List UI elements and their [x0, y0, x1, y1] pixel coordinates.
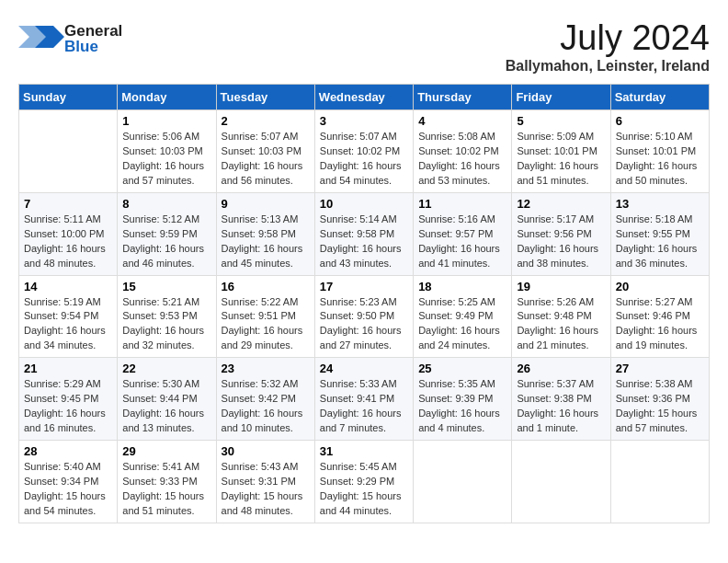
- header-sunday: Sunday: [19, 85, 118, 110]
- day-number: 21: [24, 362, 112, 375]
- day-info: Sunrise: 5:07 AM Sunset: 10:03 PM Daylig…: [222, 130, 310, 189]
- day-info: Sunrise: 5:37 AM Sunset: 9:38 PM Dayligh…: [517, 377, 605, 436]
- day-number: 20: [616, 280, 704, 293]
- calendar-cell: 15Sunrise: 5:21 AM Sunset: 9:53 PM Dayli…: [118, 275, 216, 358]
- calendar-table: SundayMondayTuesdayWednesdayThursdayFrid…: [18, 84, 710, 523]
- calendar-cell: 16Sunrise: 5:22 AM Sunset: 9:51 PM Dayli…: [216, 275, 314, 358]
- day-number: 24: [320, 362, 408, 375]
- day-info: Sunrise: 5:45 AM Sunset: 9:29 PM Dayligh…: [320, 460, 408, 519]
- calendar-cell: 20Sunrise: 5:27 AM Sunset: 9:46 PM Dayli…: [610, 275, 709, 358]
- day-info: Sunrise: 5:35 AM Sunset: 9:39 PM Dayligh…: [418, 377, 506, 436]
- calendar-cell: [414, 441, 512, 523]
- day-number: 18: [418, 280, 506, 293]
- day-info: Sunrise: 5:16 AM Sunset: 9:57 PM Dayligh…: [418, 213, 506, 271]
- day-info: Sunrise: 5:22 AM Sunset: 9:51 PM Dayligh…: [222, 295, 310, 354]
- day-number: 1: [122, 114, 210, 128]
- day-info: Sunrise: 5:08 AM Sunset: 10:02 PM Daylig…: [418, 130, 506, 189]
- calendar-cell: [610, 441, 709, 523]
- day-info: Sunrise: 5:30 AM Sunset: 9:44 PM Dayligh…: [122, 377, 210, 436]
- calendar-cell: 17Sunrise: 5:23 AM Sunset: 9:50 PM Dayli…: [314, 275, 413, 358]
- calendar-cell: 8Sunrise: 5:12 AM Sunset: 9:59 PM Daylig…: [118, 192, 216, 275]
- day-info: Sunrise: 5:40 AM Sunset: 9:34 PM Dayligh…: [24, 460, 112, 519]
- logo: General Blue: [18, 18, 122, 59]
- day-info: Sunrise: 5:41 AM Sunset: 9:33 PM Dayligh…: [122, 460, 210, 519]
- logo-general-text: General: [64, 23, 122, 39]
- day-info: Sunrise: 5:32 AM Sunset: 9:42 PM Dayligh…: [222, 377, 310, 436]
- calendar-cell: 28Sunrise: 5:40 AM Sunset: 9:34 PM Dayli…: [19, 441, 118, 523]
- day-info: Sunrise: 5:12 AM Sunset: 9:59 PM Dayligh…: [122, 213, 210, 271]
- calendar-cell: 14Sunrise: 5:19 AM Sunset: 9:54 PM Dayli…: [19, 275, 118, 358]
- day-number: 2: [222, 114, 310, 128]
- calendar-cell: 5Sunrise: 5:09 AM Sunset: 10:01 PM Dayli…: [512, 110, 610, 193]
- calendar-cell: 31Sunrise: 5:45 AM Sunset: 9:29 PM Dayli…: [314, 441, 413, 523]
- day-info: Sunrise: 5:11 AM Sunset: 10:00 PM Daylig…: [24, 213, 112, 271]
- calendar-cell: [19, 110, 118, 193]
- day-number: 5: [517, 114, 605, 128]
- calendar-cell: 25Sunrise: 5:35 AM Sunset: 9:39 PM Dayli…: [414, 358, 512, 441]
- day-number: 31: [320, 444, 408, 458]
- week-row-3: 14Sunrise: 5:19 AM Sunset: 9:54 PM Dayli…: [19, 275, 710, 358]
- calendar-cell: 12Sunrise: 5:17 AM Sunset: 9:56 PM Dayli…: [512, 192, 610, 275]
- calendar-cell: [512, 441, 610, 523]
- day-info: Sunrise: 5:23 AM Sunset: 9:50 PM Dayligh…: [320, 295, 408, 354]
- day-info: Sunrise: 5:07 AM Sunset: 10:02 PM Daylig…: [320, 130, 408, 189]
- day-number: 16: [222, 280, 310, 293]
- day-number: 25: [418, 362, 506, 375]
- calendar-cell: 27Sunrise: 5:38 AM Sunset: 9:36 PM Dayli…: [610, 358, 709, 441]
- calendar-cell: 21Sunrise: 5:29 AM Sunset: 9:45 PM Dayli…: [19, 358, 118, 441]
- calendar-cell: 22Sunrise: 5:30 AM Sunset: 9:44 PM Dayli…: [118, 358, 216, 441]
- day-number: 17: [320, 280, 408, 293]
- logo-words: General Blue: [64, 23, 122, 54]
- day-number: 23: [222, 362, 310, 375]
- calendar-cell: 2Sunrise: 5:07 AM Sunset: 10:03 PM Dayli…: [216, 110, 314, 193]
- calendar-cell: 30Sunrise: 5:43 AM Sunset: 9:31 PM Dayli…: [216, 441, 314, 523]
- header-saturday: Saturday: [610, 85, 709, 110]
- title-section: July 2024 Ballymahon, Leinster, Ireland: [506, 18, 710, 75]
- day-number: 6: [616, 114, 704, 128]
- logo-icon: [18, 18, 64, 59]
- calendar-cell: 3Sunrise: 5:07 AM Sunset: 10:02 PM Dayli…: [314, 110, 413, 193]
- calendar-cell: 23Sunrise: 5:32 AM Sunset: 9:42 PM Dayli…: [216, 358, 314, 441]
- main-title: July 2024: [506, 18, 710, 58]
- subtitle: Ballymahon, Leinster, Ireland: [506, 58, 710, 75]
- day-info: Sunrise: 5:38 AM Sunset: 9:36 PM Dayligh…: [616, 377, 704, 436]
- day-info: Sunrise: 5:13 AM Sunset: 9:58 PM Dayligh…: [222, 213, 310, 271]
- calendar-cell: 7Sunrise: 5:11 AM Sunset: 10:00 PM Dayli…: [19, 192, 118, 275]
- day-info: Sunrise: 5:29 AM Sunset: 9:45 PM Dayligh…: [24, 377, 112, 436]
- day-number: 13: [616, 197, 704, 211]
- logo-blue-text: Blue: [64, 39, 122, 54]
- calendar-cell: 10Sunrise: 5:14 AM Sunset: 9:58 PM Dayli…: [314, 192, 413, 275]
- day-info: Sunrise: 5:09 AM Sunset: 10:01 PM Daylig…: [517, 130, 605, 189]
- day-number: 28: [24, 444, 112, 458]
- day-info: Sunrise: 5:43 AM Sunset: 9:31 PM Dayligh…: [222, 460, 310, 519]
- day-info: Sunrise: 5:19 AM Sunset: 9:54 PM Dayligh…: [24, 295, 112, 354]
- calendar-cell: 6Sunrise: 5:10 AM Sunset: 10:01 PM Dayli…: [610, 110, 709, 193]
- day-number: 11: [418, 197, 506, 211]
- header-wednesday: Wednesday: [314, 85, 413, 110]
- day-info: Sunrise: 5:27 AM Sunset: 9:46 PM Dayligh…: [616, 295, 704, 354]
- header-thursday: Thursday: [414, 85, 512, 110]
- calendar-cell: 18Sunrise: 5:25 AM Sunset: 9:49 PM Dayli…: [414, 275, 512, 358]
- week-row-5: 28Sunrise: 5:40 AM Sunset: 9:34 PM Dayli…: [19, 441, 710, 523]
- day-info: Sunrise: 5:18 AM Sunset: 9:55 PM Dayligh…: [616, 213, 704, 271]
- calendar-header-row: SundayMondayTuesdayWednesdayThursdayFrid…: [19, 85, 710, 110]
- day-number: 12: [517, 197, 605, 211]
- day-info: Sunrise: 5:10 AM Sunset: 10:01 PM Daylig…: [616, 130, 704, 189]
- week-row-4: 21Sunrise: 5:29 AM Sunset: 9:45 PM Dayli…: [19, 358, 710, 441]
- header-monday: Monday: [118, 85, 216, 110]
- day-info: Sunrise: 5:14 AM Sunset: 9:58 PM Dayligh…: [320, 213, 408, 271]
- day-info: Sunrise: 5:25 AM Sunset: 9:49 PM Dayligh…: [418, 295, 506, 354]
- day-info: Sunrise: 5:26 AM Sunset: 9:48 PM Dayligh…: [517, 295, 605, 354]
- day-number: 4: [418, 114, 506, 128]
- calendar-cell: 19Sunrise: 5:26 AM Sunset: 9:48 PM Dayli…: [512, 275, 610, 358]
- day-number: 29: [122, 444, 210, 458]
- day-info: Sunrise: 5:21 AM Sunset: 9:53 PM Dayligh…: [122, 295, 210, 354]
- calendar-body: 1Sunrise: 5:06 AM Sunset: 10:03 PM Dayli…: [19, 110, 710, 523]
- calendar-cell: 13Sunrise: 5:18 AM Sunset: 9:55 PM Dayli…: [610, 192, 709, 275]
- day-number: 27: [616, 362, 704, 375]
- day-info: Sunrise: 5:06 AM Sunset: 10:03 PM Daylig…: [122, 130, 210, 189]
- day-number: 26: [517, 362, 605, 375]
- day-number: 9: [222, 197, 310, 211]
- page-header: General Blue July 2024 Ballymahon, Leins…: [18, 18, 710, 75]
- day-number: 8: [122, 197, 210, 211]
